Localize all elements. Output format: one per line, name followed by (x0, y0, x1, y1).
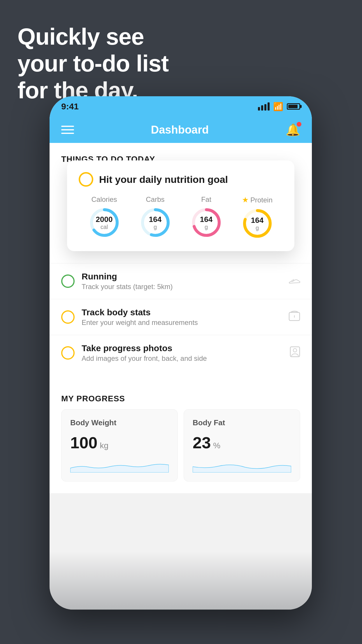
todo-item-photos[interactable]: Take progress photos Add images of your … (50, 335, 312, 371)
scale-icon (289, 311, 300, 324)
status-icons: 📶 (258, 102, 300, 111)
fat-label: Fat (201, 195, 211, 204)
notification-dot (297, 122, 301, 127)
body-fat-number: 23 (193, 433, 211, 452)
todo-text-photos: Take progress photos Add images of your … (82, 343, 283, 363)
fat-value: 164 g (200, 215, 212, 230)
headline-line2: your to-do list (17, 50, 168, 77)
signal-bar-4 (268, 102, 270, 111)
todo-item-body-stats[interactable]: Track body stats Enter your weight and m… (50, 299, 312, 335)
body-weight-number: 100 (70, 433, 97, 452)
todo-circle-running (61, 274, 75, 288)
todo-title-running: Running (82, 272, 282, 281)
todo-title-photos: Take progress photos (82, 343, 283, 353)
headline-line1: Quickly see (17, 23, 168, 50)
body-weight-card[interactable]: Body Weight 100 kg (61, 409, 178, 482)
nutrition-stats: Calories 2000 cal Carbs (79, 195, 283, 239)
body-fat-title: Body Fat (193, 418, 291, 427)
notification-bell-icon[interactable]: 🔔 (286, 123, 300, 137)
body-weight-wave (70, 458, 169, 473)
bottom-overlay (50, 551, 312, 610)
battery-icon (287, 103, 300, 110)
hamburger-line-2 (61, 129, 74, 130)
todo-subtitle-running: Track your stats (target: 5km) (82, 283, 282, 291)
carbs-label: Carbs (146, 195, 164, 204)
main-content: THINGS TO DO TODAY Hit your daily nutrit… (50, 143, 312, 493)
body-weight-title: Body Weight (70, 418, 169, 427)
calories-chart: 2000 cal (88, 206, 120, 239)
signal-bar-1 (258, 107, 260, 111)
protein-chart: 164 g (241, 207, 273, 239)
todo-subtitle-photos: Add images of your front, back, and side (82, 354, 283, 363)
person-icon (290, 346, 300, 360)
calories-stat: Calories 2000 cal (88, 195, 120, 239)
todo-title-body-stats: Track body stats (82, 307, 282, 317)
card-status-circle (79, 172, 93, 187)
todo-item-running[interactable]: Running Track your stats (target: 5km) (50, 263, 312, 299)
star-icon: ★ (242, 195, 249, 204)
signal-bar-3 (264, 104, 266, 111)
protein-label: ★ Protein (242, 195, 273, 204)
todo-text-body-stats: Track body stats Enter your weight and m… (82, 307, 282, 327)
signal-bar-2 (261, 105, 263, 111)
hamburger-menu[interactable] (61, 126, 74, 134)
progress-cards: Body Weight 100 kg Body Fat 23 (61, 409, 300, 482)
body-fat-card[interactable]: Body Fat 23 % (184, 409, 300, 482)
fat-chart: 164 g (190, 206, 222, 239)
battery-fill (288, 105, 298, 108)
body-fat-value: 23 % (193, 433, 291, 452)
body-weight-unit: kg (100, 441, 108, 450)
fat-stat: Fat 164 g (190, 195, 222, 239)
protein-value: 164 g (251, 216, 263, 231)
headline: Quickly see your to-do list for the day. (17, 23, 168, 104)
todo-circle-photos (61, 346, 75, 360)
body-fat-wave (193, 458, 291, 473)
shoe-icon (289, 275, 300, 288)
protein-stat: ★ Protein 164 g (241, 195, 273, 239)
calories-label: Calories (91, 195, 117, 204)
card-title-row: Hit your daily nutrition goal (79, 172, 283, 187)
todo-circle-body-stats (61, 310, 75, 324)
hamburger-line-3 (61, 133, 74, 134)
progress-section: MY PROGRESS Body Weight 100 kg (50, 382, 312, 493)
calories-value: 2000 cal (96, 215, 113, 230)
carbs-value: 164 g (149, 215, 161, 230)
wifi-icon: 📶 (273, 102, 283, 111)
carbs-stat: Carbs 164 g (139, 195, 171, 239)
carbs-chart: 164 g (139, 206, 171, 239)
phone-frame: 9:41 📶 Dashboard 🔔 TH (50, 96, 312, 610)
app-header: Dashboard 🔔 (50, 117, 312, 143)
todo-subtitle-body-stats: Enter your weight and measurements (82, 318, 282, 327)
status-bar: 9:41 📶 (50, 96, 312, 117)
body-weight-value: 100 kg (70, 433, 169, 452)
progress-title: MY PROGRESS (61, 382, 300, 409)
header-title: Dashboard (151, 124, 209, 136)
signal-icon (258, 102, 270, 111)
todo-text-running: Running Track your stats (target: 5km) (82, 272, 282, 291)
hamburger-line-1 (61, 126, 74, 127)
body-fat-unit: % (213, 441, 220, 450)
nutrition-card[interactable]: Hit your daily nutrition goal Calories 2… (67, 160, 294, 251)
status-time: 9:41 (61, 102, 79, 111)
svg-point-11 (293, 349, 297, 352)
card-title: Hit your daily nutrition goal (99, 174, 228, 185)
